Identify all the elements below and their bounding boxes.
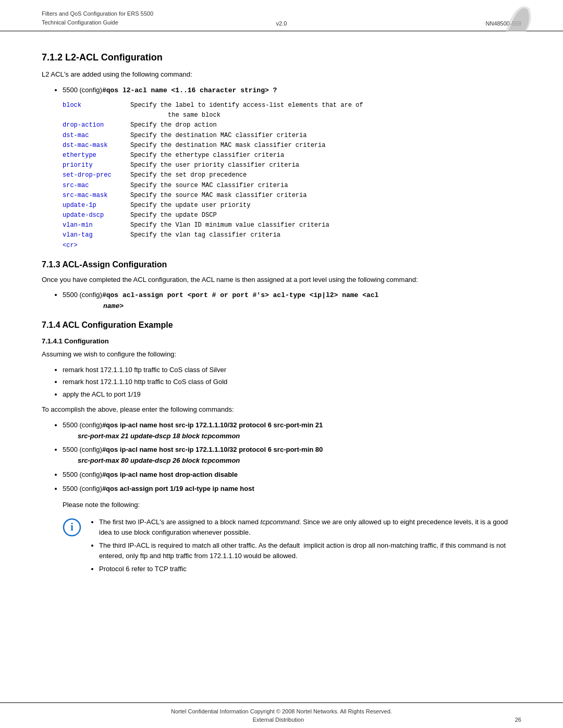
code-row-block-cont: the same block (63, 110, 521, 120)
cmd3-bold: #qos ip-acl name host drop-action disabl… (102, 471, 238, 478)
section-713-cmd-list: 5500 (config)#qos acl-assign port <port … (63, 290, 521, 311)
info-icon: i (63, 518, 81, 537)
bullet-http: remark host 172.1.1.10 http traffic to C… (63, 377, 521, 387)
cmd713-bold: #qos acl-assign port <port # or port #'s… (63, 291, 378, 310)
cmd-item-1: 5500 (config)#qos ip-acl name host src-i… (63, 420, 521, 442)
header-line1: Filters and QoS Configuration for ERS 55… (42, 9, 153, 18)
footer-copyright: Nortel Confidential Information Copyrigh… (171, 708, 392, 714)
cmd-item-4: 5500 (config)#qos acl-assign port 1/19 a… (63, 484, 521, 495)
tcpcommon-italic: tcpcommand (261, 518, 299, 526)
code-row-src-mac: src-mac Specify the source MAC classifie… (63, 181, 521, 191)
bullet-ftp: remark host 172.1.1.10 ftp traffic to Co… (63, 365, 521, 375)
page-footer: Nortel Confidential Information Copyrigh… (0, 702, 563, 728)
section-713-heading: 7.1.3 ACL-Assign Configuration (42, 260, 521, 269)
code-row-dst-mac-mask: dst-mac-mask Specify the destination MAC… (63, 141, 521, 151)
cmd-prefix: 5500 (config)#qos l2-acl name <1..16 cha… (63, 86, 277, 94)
section-7141-bullets: remark host 172.1.1.10 ftp traffic to Co… (63, 365, 521, 400)
section-7141-cmd-list: 5500 (config)#qos ip-acl name host src-i… (63, 420, 521, 495)
cmd3-prefix: 5500 (config)#qos ip-acl name host drop-… (63, 471, 238, 478)
cmd713-prefix: 5500 (config)#qos acl-assign port <port … (63, 291, 378, 310)
code-row-cr: <cr> (63, 241, 521, 251)
code-row-vlan-min: vlan-min Specify the Vlan ID minimum val… (63, 220, 521, 230)
cmd1-bold: #qos ip-acl name host src-ip 172.1.1.10/… (63, 421, 323, 440)
svg-text:i: i (70, 521, 74, 533)
code-row-drop-action: drop-action Specify the drop action (63, 120, 521, 130)
header-left: Filters and QoS Configuration for ERS 55… (42, 9, 153, 27)
section-7141-body2: To accomplish the above, please enter th… (42, 404, 521, 415)
code-row-src-mac-mask: src-mac-mask Specify the source MAC mask… (63, 191, 521, 201)
cmd2-bold: #qos ip-acl name host src-ip 172.1.1.10/… (63, 446, 323, 464)
section-712-cmd-list: 5500 (config)#qos l2-acl name <1..16 cha… (63, 85, 521, 96)
section-7141-heading: 7.1.4.1 Configuration (42, 337, 521, 345)
code-row-priority: priority Specify the user priority class… (63, 161, 521, 170)
code-table-712: block Specify the label to identify acce… (63, 101, 521, 251)
cmd4-bold: #qos acl-assign port 1/19 acl-type ip na… (102, 485, 254, 492)
code-row-set-drop-prec: set-drop-prec Specify the set drop prece… (63, 170, 521, 180)
section-712-cmd-item: 5500 (config)#qos l2-acl name <1..16 cha… (63, 85, 521, 96)
section-712-heading: 7.1.2 L2-ACL Configuration (42, 52, 521, 63)
section-712-intro: L2 ACL's are added using the following c… (42, 69, 521, 80)
page-header: Filters and QoS Configuration for ERS 55… (0, 0, 563, 31)
info-content: The first two IP-ACL's are assigned to a… (89, 517, 521, 577)
section-713-cmd-item: 5500 (config)#qos acl-assign port <port … (63, 290, 521, 311)
info-bullet-3: Protocol 6 refer to TCP traffic (99, 564, 521, 574)
header-line2: Technical Configuration Guide (42, 18, 153, 27)
footer-page: 26 (515, 717, 521, 723)
cmd2-prefix: 5500 (config)#qos ip-acl name host src-i… (63, 446, 323, 464)
code-row-update-dscp: update-dscp Specify the update DSCP (63, 211, 521, 220)
footer-distribution: External Distribution (253, 717, 304, 723)
logo-area (500, 5, 532, 35)
cmd-item-2: 5500 (config)#qos ip-acl name host src-i… (63, 445, 521, 466)
section-714-heading: 7.1.4 ACL Configuration Example (42, 320, 521, 330)
info-bullet-1: The first two IP-ACL's are assigned to a… (99, 517, 521, 537)
code-row-update-1p: update-1p Specify the update user priori… (63, 201, 521, 211)
nortel-logo (500, 5, 532, 34)
bullet-apply: apply the ACL to port 1/19 (63, 389, 521, 400)
info-bullet-2: The third IP-ACL is required to match al… (99, 540, 521, 561)
main-content: 7.1.2 L2-ACL Configuration L2 ACL's are … (0, 31, 563, 702)
info-box: i The first two IP-ACL's are assigned to… (63, 517, 521, 577)
header-version: v2.0 (276, 20, 287, 27)
code-row-block: block Specify the label to identify acce… (63, 101, 521, 110)
note-intro: Please note the following: (63, 500, 521, 510)
info-bullets: The first two IP-ACL's are assigned to a… (99, 517, 521, 574)
code-row-dst-mac: dst-mac Specify the destination MAC clas… (63, 131, 521, 141)
code-row-ethertype: ethertype Specify the ethertype classifi… (63, 151, 521, 161)
cmd-bold: #qos l2-acl name <1..16 character string… (102, 87, 277, 94)
footer-bottom: External Distribution 26 (42, 717, 521, 723)
cmd-item-3: 5500 (config)#qos ip-acl name host drop-… (63, 470, 521, 480)
code-row-vlan-tag: vlan-tag Specify the vlan tag classifier… (63, 230, 521, 240)
cmd4-prefix: 5500 (config)#qos acl-assign port 1/19 a… (63, 485, 254, 492)
section-713-body: Once you have completed the ACL configur… (42, 275, 521, 285)
cmd1-prefix: 5500 (config)#qos ip-acl name host src-i… (63, 421, 323, 440)
section-7141-body1: Assuming we wish to configure the follow… (42, 349, 521, 360)
